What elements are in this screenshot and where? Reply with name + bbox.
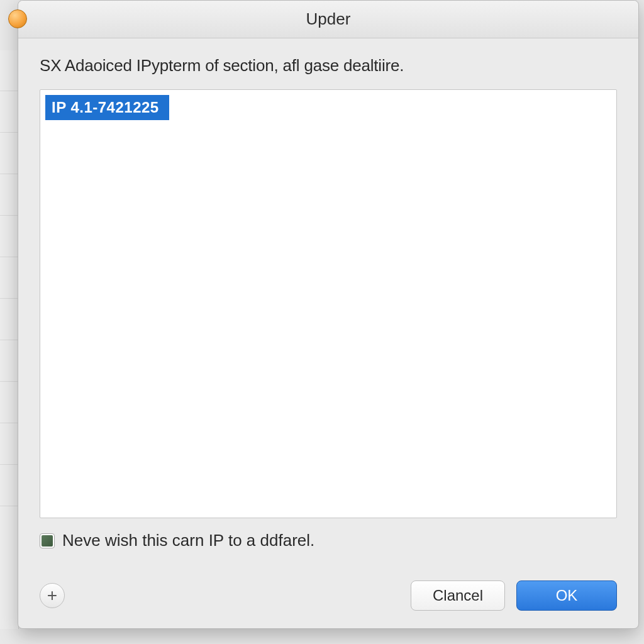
titlebar[interactable]: Upder bbox=[18, 1, 638, 38]
background-sidebar bbox=[0, 50, 19, 629]
ok-button-label: OK bbox=[556, 587, 578, 604]
bg-item bbox=[0, 92, 18, 133]
ip-listbox[interactable]: IP 4.1-7421225 bbox=[40, 89, 617, 518]
bg-item bbox=[0, 133, 18, 174]
dialog-window: Upder SX Adaoiced IPypterm of section, a… bbox=[18, 0, 639, 629]
dialog-footer: + Clancel OK bbox=[18, 580, 638, 628]
bg-item bbox=[0, 465, 18, 506]
dialog-content: SX Adaoiced IPypterm of section, afl gas… bbox=[18, 38, 638, 580]
bg-item bbox=[0, 50, 18, 91]
bg-item bbox=[0, 216, 18, 257]
bg-item bbox=[0, 424, 18, 465]
description-text: SX Adaoiced IPypterm of section, afl gas… bbox=[40, 56, 617, 75]
bg-item bbox=[0, 175, 18, 216]
plus-icon: + bbox=[47, 587, 57, 604]
window-title: Upder bbox=[306, 9, 351, 29]
bg-item bbox=[0, 382, 18, 423]
close-icon[interactable] bbox=[8, 9, 27, 28]
cancel-button[interactable]: Clancel bbox=[411, 580, 505, 611]
add-button-wrap: + bbox=[40, 583, 65, 608]
ok-button[interactable]: OK bbox=[516, 580, 617, 611]
add-button[interactable]: + bbox=[40, 583, 65, 608]
button-row: Clancel OK bbox=[411, 580, 617, 611]
bg-item bbox=[0, 341, 18, 382]
checkbox-label: Neve wish this carn IP to a ddfarel. bbox=[62, 531, 314, 550]
list-item-selected[interactable]: IP 4.1-7421225 bbox=[45, 95, 169, 120]
cancel-button-label: Clancel bbox=[433, 587, 483, 604]
checkbox-row: Neve wish this carn IP to a ddfarel. bbox=[40, 531, 617, 550]
bg-item bbox=[0, 299, 18, 340]
default-ip-checkbox[interactable] bbox=[40, 533, 55, 548]
bg-item bbox=[0, 258, 18, 299]
